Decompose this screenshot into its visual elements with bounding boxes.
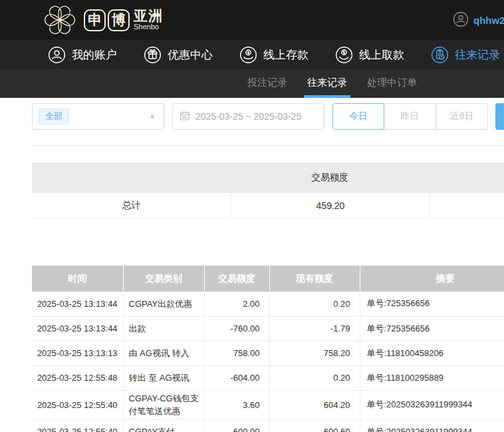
main-navigation: 我的账户 优惠中心 [0,40,504,69]
nav-item-label: 线上取款 [359,47,404,63]
cell-type: 由 AG视讯 转入 [123,341,204,365]
cell-balance: 758.20 [269,341,360,365]
summary-total-label: 总计 [32,193,231,218]
cell-memo: 单号:202503263911999344 [360,419,504,432]
transactions-header-row: 时间 交易类别 交易额度 现有额度 摘要 [32,266,504,292]
brand-char-1: 申 [84,9,106,31]
filter-bar: 全部 ▼ 2025-03-25 ~ 2025-03-25 今日 昨日 近8日 [0,98,504,140]
nav-item-label: 优惠中心 [168,47,213,63]
table-row: 2025-03-25 12:55:40 CGPAY-CG钱包支付笔笔送优惠 3.… [32,390,504,419]
cell-time: 2025-03-25 13:13:44 [32,316,123,341]
withdraw-icon [335,46,353,64]
cell-type: CGPAY支付 [123,419,204,432]
quick-range-buttons: 今日 昨日 近8日 [332,103,488,140]
chevron-down-icon: ▼ [149,113,156,120]
top-header: 申 博 亚洲 Shenbo qhhw2 [0,0,504,40]
gift-icon [144,46,162,64]
tab-processing-orders[interactable]: 处理中订单 [367,77,417,98]
table-row: 2025-03-25 12:55:48 转出 至 AG视讯 -604.00 0.… [32,365,504,390]
last-8-days-button[interactable]: 近8日 [436,103,488,130]
cell-time: 2025-03-25 12:55:40 [32,419,123,432]
avatar-icon [453,11,469,29]
cell-type: 出款 [123,316,204,341]
col-header-time: 时间 [32,266,123,292]
col-header-balance: 现有额度 [269,266,360,292]
records-tabbar: 投注记录 往来记录 处理中订单 [0,69,504,98]
cell-balance: 0.20 [269,292,360,316]
nav-item-withdraw[interactable]: 线上取款 [335,46,404,64]
cell-time: 2025-03-25 12:55:48 [32,365,123,390]
selected-type-tag[interactable]: 全部 [39,108,69,124]
summary-table: 交易额度 总计 459.20 [32,162,504,218]
brand-char-2: 博 [108,9,130,31]
nav-item-label: 往来记录 [455,47,500,63]
username[interactable]: qhhw2 [473,15,504,26]
cell-amount: 2.00 [204,292,269,316]
nav-item-my-account[interactable]: 我的账户 [48,46,117,64]
cell-balance: -1.79 [269,316,360,341]
cell-balance: 600.60 [269,419,360,432]
cell-amount: -604.00 [204,365,269,390]
nav-item-promotions[interactable]: 优惠中心 [144,46,213,64]
nav-item-label: 线上存款 [263,47,309,63]
yesterday-button[interactable]: 昨日 [384,103,436,130]
brand-subtitle: Shenbo [134,23,163,31]
cell-time: 2025-03-25 13:13:13 [32,341,123,365]
cell-type: 转出 至 AG视讯 [123,365,204,390]
cell-type: CGPAY出款优惠 [123,292,204,316]
flower-logo-icon [41,1,78,39]
cell-amount: 600.00 [204,419,269,432]
cell-memo: 单号:118100458206 [360,341,504,365]
table-row: 2025-03-25 13:13:13 由 AG视讯 转入 758.00 758… [32,341,504,365]
brand-region-cn: 亚洲 [134,9,163,23]
table-row: 2025-03-25 12:55:40 CGPAY支付 600.00 600.6… [32,419,504,432]
today-button[interactable]: 今日 [332,103,384,130]
col-header-amount: 交易额度 [204,266,269,292]
summary-amount-header: 交易额度 [231,172,429,184]
date-range-value[interactable]: 2025-03-25 ~ 2025-03-25 [195,111,301,122]
filter-divider [32,145,504,146]
cell-time: 2025-03-25 12:55:40 [32,390,123,419]
nav-item-records[interactable]: 往来记录 [431,46,500,64]
cell-type: CGPAY-CG钱包支付笔笔送优惠 [123,390,204,419]
tab-betting-records[interactable]: 投注记录 [247,77,287,98]
cell-memo: 单号:202503263911999344 [360,390,504,419]
brand-region: 亚洲 Shenbo [134,9,163,31]
records-icon [431,46,449,64]
table-row: 2025-03-25 13:13:44 出款 -760.00 -1.79 单号:… [32,316,504,341]
cell-balance: 0.20 [269,365,360,390]
date-range-picker[interactable]: 2025-03-25 ~ 2025-03-25 [172,103,324,130]
nav-item-deposit[interactable]: 线上存款 [239,46,309,64]
cell-amount: -760.00 [204,316,269,341]
user-icon [48,46,66,64]
col-header-type: 交易类别 [123,266,204,292]
cell-time: 2025-03-25 13:13:44 [32,292,123,316]
summary-total-amount: 459.20 [231,193,430,218]
deposit-icon [239,46,257,64]
cell-balance: 604.20 [269,390,360,419]
page: 申 博 亚洲 Shenbo qhhw2 [0,0,504,432]
transaction-type-select[interactable]: 全部 ▼ [32,103,164,130]
col-header-memo: 摘要 [360,266,504,292]
brand-logo: 申 博 亚洲 Shenbo [41,1,163,39]
summary-header-row: 交易额度 [32,162,504,193]
cell-memo: 单号:725356656 [360,316,504,341]
cell-memo: 单号:725356656 [360,292,504,316]
user-account[interactable]: qhhw2 [453,11,504,29]
search-button[interactable] [495,103,504,130]
cell-memo: 单号:118100295889 [360,365,504,390]
calendar-icon [180,110,190,123]
cell-amount: 3.60 [204,390,269,419]
cell-amount: 758.00 [204,341,269,365]
table-row: 2025-03-25 13:13:44 CGPAY出款优惠 2.00 0.20 … [32,292,504,316]
summary-total-row: 总计 459.20 [32,193,504,218]
tab-transaction-records[interactable]: 往来记录 [307,77,347,98]
transactions-table: 时间 交易类别 交易额度 现有额度 摘要 2025-03-25 13:13:44… [32,266,504,432]
nav-item-label: 我的账户 [72,47,117,63]
